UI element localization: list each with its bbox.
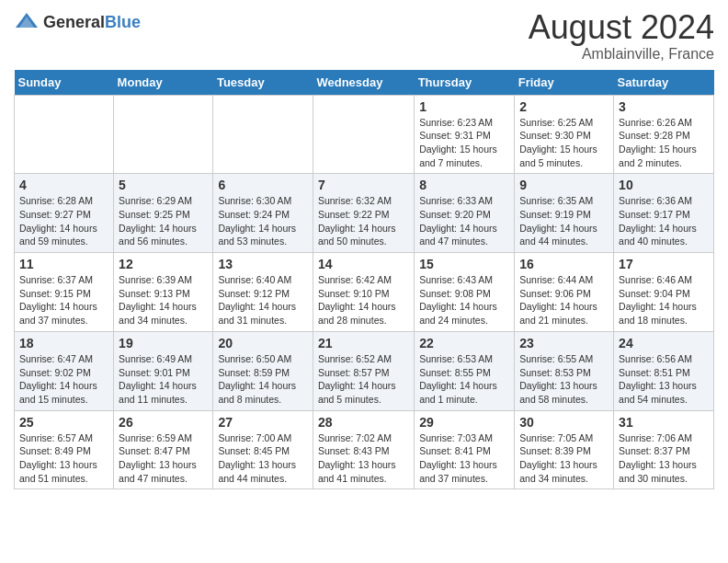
calendar-cell (114, 95, 213, 174)
calendar-cell (15, 95, 114, 174)
title-block: August 2024 Amblainville, France (529, 9, 714, 63)
day-of-week-header: Wednesday (313, 70, 414, 96)
calendar-cell: 23Sunrise: 6:55 AM Sunset: 8:53 PM Dayli… (515, 331, 614, 410)
calendar-cell: 20Sunrise: 6:50 AM Sunset: 8:59 PM Dayli… (213, 331, 313, 410)
day-number: 13 (218, 257, 308, 271)
calendar-cell: 5Sunrise: 6:29 AM Sunset: 9:25 PM Daylig… (114, 174, 213, 253)
day-detail: Sunrise: 6:39 AM Sunset: 9:13 PM Dayligh… (119, 273, 208, 327)
calendar-cell: 17Sunrise: 6:46 AM Sunset: 9:04 PM Dayli… (614, 253, 714, 332)
day-number: 25 (19, 415, 108, 430)
day-number: 23 (519, 336, 609, 350)
calendar-cell: 24Sunrise: 6:56 AM Sunset: 8:51 PM Dayli… (614, 331, 714, 410)
day-number: 10 (619, 178, 709, 192)
day-detail: Sunrise: 6:59 AM Sunset: 8:47 PM Dayligh… (119, 431, 208, 486)
day-detail: Sunrise: 6:35 AM Sunset: 9:19 PM Dayligh… (519, 194, 609, 248)
calendar-cell: 7Sunrise: 6:32 AM Sunset: 9:22 PM Daylig… (313, 174, 414, 253)
calendar-cell: 27Sunrise: 7:00 AM Sunset: 8:45 PM Dayli… (213, 410, 313, 489)
day-number: 1 (419, 99, 509, 114)
day-number: 17 (619, 257, 709, 271)
day-number: 15 (419, 257, 509, 271)
day-detail: Sunrise: 6:29 AM Sunset: 9:25 PM Dayligh… (119, 194, 208, 248)
logo-text-blue: Blue (105, 13, 141, 31)
day-number: 5 (119, 178, 208, 192)
day-of-week-header: Thursday (415, 70, 515, 96)
calendar-cell: 4Sunrise: 6:28 AM Sunset: 9:27 PM Daylig… (15, 174, 114, 253)
day-number: 9 (519, 178, 609, 192)
calendar-cell: 26Sunrise: 6:59 AM Sunset: 8:47 PM Dayli… (114, 410, 213, 489)
day-number: 8 (419, 178, 509, 192)
calendar-cell: 3Sunrise: 6:26 AM Sunset: 9:28 PM Daylig… (614, 95, 714, 174)
day-number: 6 (218, 178, 308, 192)
calendar-cell: 1Sunrise: 6:23 AM Sunset: 9:31 PM Daylig… (415, 95, 515, 174)
day-detail: Sunrise: 6:49 AM Sunset: 9:01 PM Dayligh… (119, 352, 208, 407)
calendar-cell: 28Sunrise: 7:02 AM Sunset: 8:43 PM Dayli… (313, 410, 414, 489)
day-of-week-header: Tuesday (213, 70, 313, 96)
calendar-cell: 8Sunrise: 6:33 AM Sunset: 9:20 PM Daylig… (415, 174, 515, 253)
day-detail: Sunrise: 6:26 AM Sunset: 9:28 PM Dayligh… (619, 116, 709, 170)
day-detail: Sunrise: 7:00 AM Sunset: 8:45 PM Dayligh… (218, 431, 308, 486)
calendar-cell: 19Sunrise: 6:49 AM Sunset: 9:01 PM Dayli… (114, 331, 213, 410)
day-number: 11 (19, 257, 108, 271)
calendar-cell (313, 95, 414, 174)
day-detail: Sunrise: 6:43 AM Sunset: 9:08 PM Dayligh… (419, 273, 509, 327)
day-detail: Sunrise: 6:44 AM Sunset: 9:06 PM Dayligh… (519, 273, 609, 327)
calendar-cell: 13Sunrise: 6:40 AM Sunset: 9:12 PM Dayli… (213, 253, 313, 332)
day-detail: Sunrise: 6:55 AM Sunset: 8:53 PM Dayligh… (519, 352, 609, 407)
day-number: 2 (519, 99, 609, 114)
calendar-week-row: 4Sunrise: 6:28 AM Sunset: 9:27 PM Daylig… (15, 174, 714, 253)
calendar-cell: 10Sunrise: 6:36 AM Sunset: 9:17 PM Dayli… (614, 174, 714, 253)
day-number: 21 (318, 336, 409, 350)
calendar-cell: 6Sunrise: 6:30 AM Sunset: 9:24 PM Daylig… (213, 174, 313, 253)
calendar-week-row: 1Sunrise: 6:23 AM Sunset: 9:31 PM Daylig… (15, 95, 714, 174)
calendar-cell: 22Sunrise: 6:53 AM Sunset: 8:55 PM Dayli… (415, 331, 515, 410)
calendar-cell (213, 95, 313, 174)
day-detail: Sunrise: 7:02 AM Sunset: 8:43 PM Dayligh… (318, 431, 409, 486)
day-detail: Sunrise: 6:53 AM Sunset: 8:55 PM Dayligh… (419, 352, 509, 407)
day-of-week-header: Monday (114, 70, 213, 96)
day-number: 14 (318, 257, 409, 271)
day-detail: Sunrise: 6:40 AM Sunset: 9:12 PM Dayligh… (218, 273, 308, 327)
calendar-cell: 9Sunrise: 6:35 AM Sunset: 9:19 PM Daylig… (515, 174, 614, 253)
day-number: 28 (318, 415, 409, 430)
calendar-table: SundayMondayTuesdayWednesdayThursdayFrid… (14, 70, 714, 490)
day-detail: Sunrise: 6:33 AM Sunset: 9:20 PM Dayligh… (419, 194, 509, 248)
calendar-cell: 31Sunrise: 7:06 AM Sunset: 8:37 PM Dayli… (614, 410, 714, 489)
day-detail: Sunrise: 7:03 AM Sunset: 8:41 PM Dayligh… (419, 431, 509, 486)
logo-icon (14, 9, 40, 35)
day-detail: Sunrise: 7:06 AM Sunset: 8:37 PM Dayligh… (619, 431, 709, 486)
calendar-header-row: SundayMondayTuesdayWednesdayThursdayFrid… (15, 70, 714, 96)
day-number: 3 (619, 99, 709, 114)
calendar-cell: 29Sunrise: 7:03 AM Sunset: 8:41 PM Dayli… (415, 410, 515, 489)
day-detail: Sunrise: 6:30 AM Sunset: 9:24 PM Dayligh… (218, 194, 308, 248)
day-of-week-header: Friday (515, 70, 614, 96)
calendar-cell: 11Sunrise: 6:37 AM Sunset: 9:15 PM Dayli… (15, 253, 114, 332)
calendar-week-row: 11Sunrise: 6:37 AM Sunset: 9:15 PM Dayli… (15, 253, 714, 332)
day-detail: Sunrise: 6:46 AM Sunset: 9:04 PM Dayligh… (619, 273, 709, 327)
day-number: 30 (519, 415, 609, 430)
calendar-cell: 12Sunrise: 6:39 AM Sunset: 9:13 PM Dayli… (114, 253, 213, 332)
day-number: 19 (119, 336, 208, 350)
day-number: 18 (19, 336, 108, 350)
day-number: 12 (119, 257, 208, 271)
day-of-week-header: Sunday (15, 70, 114, 96)
day-detail: Sunrise: 6:57 AM Sunset: 8:49 PM Dayligh… (19, 431, 108, 486)
calendar-week-row: 25Sunrise: 6:57 AM Sunset: 8:49 PM Dayli… (15, 410, 714, 489)
calendar-cell: 21Sunrise: 6:52 AM Sunset: 8:57 PM Dayli… (313, 331, 414, 410)
month-year-title: August 2024 (529, 9, 714, 46)
day-number: 26 (119, 415, 208, 430)
day-number: 24 (619, 336, 709, 350)
page-header: GeneralBlue August 2024 Amblainville, Fr… (14, 9, 714, 63)
calendar-cell: 30Sunrise: 7:05 AM Sunset: 8:39 PM Dayli… (515, 410, 614, 489)
day-detail: Sunrise: 6:56 AM Sunset: 8:51 PM Dayligh… (619, 352, 709, 407)
day-number: 7 (318, 178, 409, 192)
day-detail: Sunrise: 6:52 AM Sunset: 8:57 PM Dayligh… (318, 352, 409, 407)
day-detail: Sunrise: 6:42 AM Sunset: 9:10 PM Dayligh… (318, 273, 409, 327)
day-detail: Sunrise: 6:36 AM Sunset: 9:17 PM Dayligh… (619, 194, 709, 248)
day-detail: Sunrise: 6:23 AM Sunset: 9:31 PM Dayligh… (419, 116, 509, 170)
day-number: 27 (218, 415, 308, 430)
day-detail: Sunrise: 6:28 AM Sunset: 9:27 PM Dayligh… (19, 194, 108, 248)
day-number: 4 (19, 178, 108, 192)
day-detail: Sunrise: 6:25 AM Sunset: 9:30 PM Dayligh… (519, 116, 609, 170)
day-detail: Sunrise: 6:47 AM Sunset: 9:02 PM Dayligh… (19, 352, 108, 407)
calendar-cell: 14Sunrise: 6:42 AM Sunset: 9:10 PM Dayli… (313, 253, 414, 332)
